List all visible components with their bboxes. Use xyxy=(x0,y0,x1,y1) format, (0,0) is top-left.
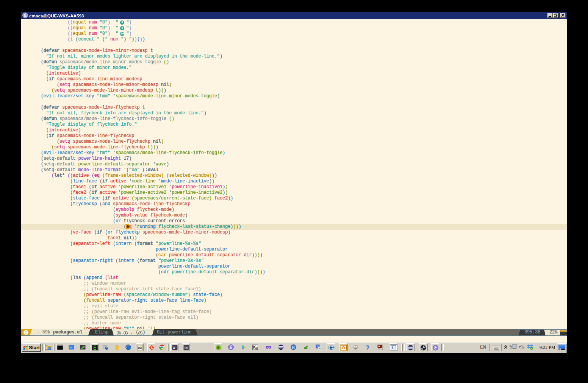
svg-text:L: L xyxy=(392,346,394,350)
svg-text:#: # xyxy=(173,346,175,350)
svg-text:>: > xyxy=(70,346,72,349)
svg-text:C:\.: C:\. xyxy=(58,346,63,349)
svg-text:INJOY: INJOY xyxy=(378,348,382,350)
svg-text:R: R xyxy=(292,346,295,349)
svg-text:O: O xyxy=(342,346,345,350)
